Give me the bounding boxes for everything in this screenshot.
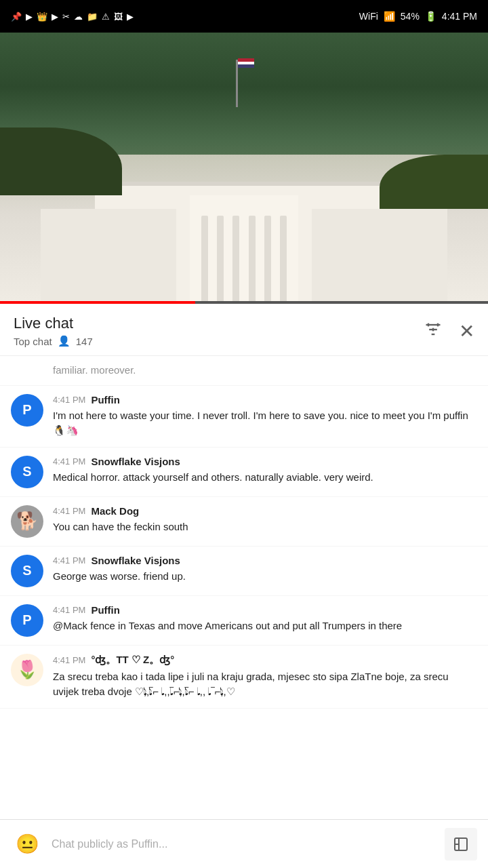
- avatar: 🐕: [11, 505, 43, 538]
- image-icon: 🖼: [114, 12, 123, 22]
- close-button[interactable]: ✕: [459, 320, 474, 342]
- top-chat-label[interactable]: Top chat: [14, 336, 52, 347]
- message-text: @Mack fence in Texas and move Americans …: [53, 618, 477, 634]
- chat-title-area: Live chat Top chat 👤 147: [14, 315, 93, 347]
- table-row: P 4:41 PM Puffin I'm not here to waste y…: [0, 386, 488, 448]
- message-meta: 4:41 PM Puffin: [53, 394, 477, 406]
- filter-button[interactable]: [424, 320, 443, 342]
- avatar: S: [11, 456, 43, 488]
- avatar: S: [11, 555, 43, 587]
- status-bar: 📌 ▶ 👑 ▶ ✂ ☁ 📁 ⚠ 🖼 ▶ WiFi 📶 54% 🔋 4:41 PM: [0, 0, 488, 33]
- table-row: S 4:41 PM Snowflake Visjons Medical horr…: [0, 448, 488, 497]
- play-icon: ▶: [127, 12, 134, 22]
- chat-input-bar: 😐: [0, 819, 488, 868]
- video-player[interactable]: [0, 33, 488, 304]
- folder-icon: 📁: [87, 12, 98, 22]
- chat-messages-container: familiar. moreover. P 4:41 PM Puffin I'm…: [0, 356, 488, 763]
- emoji-button[interactable]: 😐: [11, 828, 43, 861]
- chat-input[interactable]: [52, 828, 436, 861]
- battery-text: 54%: [401, 11, 420, 22]
- message-meta: 4:41 PM Puffin: [53, 604, 477, 616]
- wifi-icon: WiFi: [359, 11, 378, 22]
- chat-subtitle: Top chat 👤 147: [14, 335, 93, 347]
- table-row: S 4:41 PM Snowflake Visjons George was w…: [0, 547, 488, 596]
- message-text: Medical horror. attack yourself and othe…: [53, 470, 477, 486]
- avatar: P: [11, 604, 43, 637]
- chat-actions: ✕: [424, 320, 474, 342]
- avatar: 🌷: [11, 654, 43, 686]
- crown-icon: 👑: [37, 12, 47, 22]
- cloud-icon: ☁: [74, 12, 83, 22]
- message-meta: 4:41 PM Snowflake Visjons: [53, 456, 477, 467]
- status-icons: 📌 ▶ 👑 ▶ ✂ ☁ 📁 ⚠ 🖼 ▶: [11, 12, 134, 22]
- truncated-message: familiar. moreover.: [0, 356, 488, 386]
- message-text: George was worse. friend up.: [53, 569, 477, 585]
- send-icon: [453, 836, 469, 852]
- message-text: I'm not here to waste your time. I never…: [53, 408, 477, 439]
- avatar: P: [11, 394, 43, 427]
- send-button[interactable]: [445, 828, 477, 861]
- status-right-area: WiFi 📶 54% 🔋 4:41 PM: [359, 11, 477, 22]
- youtube2-icon: ▶: [52, 12, 58, 22]
- message-content: 4:41 PM Snowflake Visjons George was wor…: [53, 555, 477, 585]
- message-content: 4:41 PM Puffin @Mack fence in Texas and …: [53, 604, 477, 634]
- table-row: 🐕 4:41 PM Mack Dog You can have the feck…: [0, 497, 488, 547]
- table-row: P 4:41 PM Puffin @Mack fence in Texas an…: [0, 596, 488, 646]
- signal-icon: 📶: [384, 11, 395, 22]
- notification-icon: 📌: [11, 12, 22, 22]
- warning-icon: ⚠: [102, 12, 110, 22]
- time-display: 4:41 PM: [442, 11, 477, 22]
- viewer-icon: 👤: [58, 335, 70, 347]
- video-progress[interactable]: [0, 301, 488, 304]
- message-content: 4:41 PM Puffin I'm not here to waste you…: [53, 394, 477, 439]
- youtube-icon: ▶: [26, 12, 33, 22]
- battery-icon: 🔋: [425, 11, 436, 22]
- live-chat-title: Live chat: [14, 315, 93, 332]
- table-row: 🌷 4:41 PM °ʤ。TT ♡ Z。ʤ° Za srecu treba ka…: [0, 646, 488, 709]
- message-text: You can have the feckin south: [53, 519, 477, 535]
- message-meta: 4:41 PM °ʤ。TT ♡ Z。ʤ°: [53, 654, 477, 667]
- message-text: Za srecu treba kao i tada lipe i juli na…: [53, 669, 477, 700]
- message-content: 4:41 PM Mack Dog You can have the feckin…: [53, 505, 477, 535]
- misc-icon: ✂: [62, 12, 70, 22]
- message-meta: 4:41 PM Snowflake Visjons: [53, 555, 477, 566]
- message-content: 4:41 PM °ʤ。TT ♡ Z。ʤ° Za srecu treba kao …: [53, 654, 477, 700]
- viewer-count: 147: [76, 336, 93, 347]
- message-content: 4:41 PM Snowflake Visjons Medical horror…: [53, 456, 477, 486]
- message-meta: 4:41 PM Mack Dog: [53, 505, 477, 517]
- live-chat-header: Live chat Top chat 👤 147 ✕: [0, 304, 488, 356]
